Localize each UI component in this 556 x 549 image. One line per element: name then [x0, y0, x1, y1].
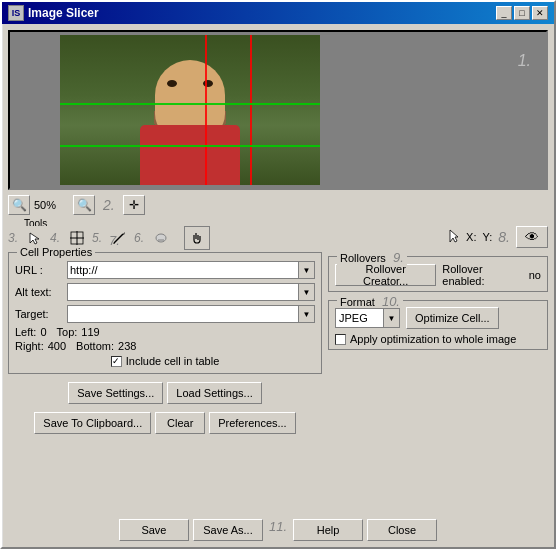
rollover-creator-button[interactable]: Rollover Creator...: [335, 264, 436, 286]
save-settings-button[interactable]: Save Settings...: [68, 382, 163, 404]
eye-left: [167, 80, 177, 87]
image-display: [60, 35, 320, 185]
rollover-enabled-value: no: [529, 269, 541, 281]
clipboard-buttons-row: Save To Clipboard... Clear Preferences..…: [8, 412, 322, 434]
tools-row: Tools 3. 4. 5. 6.: [8, 220, 548, 248]
apply-optimization-checkbox[interactable]: [335, 334, 346, 345]
apply-optimization-label: Apply optimization to whole image: [350, 333, 516, 345]
zoom-out-button[interactable]: 🔍: [8, 195, 30, 215]
child-jacket: [140, 125, 240, 185]
format-row: JPEG ▼ Optimize Cell...: [335, 307, 541, 329]
bottom-coord: Bottom: 238: [76, 340, 136, 352]
load-settings-button[interactable]: Load Settings...: [167, 382, 261, 404]
image-canvas[interactable]: [60, 35, 320, 185]
alt-select[interactable]: ▼: [67, 283, 315, 301]
save-button[interactable]: Save: [119, 519, 189, 541]
num-7-label: 7.: [109, 233, 120, 248]
grid-line-red-v1: [205, 35, 207, 185]
left-label: Left:: [15, 326, 36, 338]
rollover-enabled-label: Rollover enabled:: [442, 263, 522, 287]
bottom-label: Bottom:: [76, 340, 114, 352]
rollovers-title: Rollovers 9.: [337, 250, 407, 265]
close-button-bottom[interactable]: Close: [367, 519, 437, 541]
bottom-buttons-row: Save Save As... 11. Help Close: [8, 517, 548, 541]
target-row: Target: ▼: [15, 305, 315, 323]
left-panel: Cell Properties 7. URL : http:// ▼ Alt t…: [8, 252, 322, 513]
tool-num-4: 4.: [50, 231, 60, 245]
tool-num-6: 6.: [134, 231, 144, 245]
zoom-value: 50%: [34, 199, 69, 211]
grid-line-green-h2: [60, 145, 320, 147]
alt-label: Alt text:: [15, 286, 67, 298]
url-row: URL : http:// ▼: [15, 261, 315, 279]
right-label: Right:: [15, 340, 44, 352]
rollovers-group: Rollovers 9. Rollover Creator... Rollove…: [328, 256, 548, 292]
format-title-text: Format: [340, 296, 375, 308]
app-icon: IS: [8, 5, 24, 21]
include-label: Include cell in table: [126, 355, 220, 367]
num-8-label: 8.: [498, 229, 510, 245]
eye-button[interactable]: 👁: [516, 226, 548, 248]
cursor-xy-area: X: Y: 8. 👁: [448, 226, 548, 248]
close-button[interactable]: ✕: [532, 6, 548, 20]
left-coord: Left: 0: [15, 326, 47, 338]
num-11-label: 11.: [269, 519, 287, 541]
eraser-tool-button[interactable]: [148, 226, 174, 250]
alt-dropdown-arrow[interactable]: ▼: [298, 284, 314, 300]
image-number-label: 1.: [518, 52, 531, 70]
num-10-label: 10.: [382, 294, 400, 309]
save-to-clipboard-button[interactable]: Save To Clipboard...: [34, 412, 151, 434]
format-group: Format 10. JPEG ▼ Optimize Cell... Apply…: [328, 300, 548, 350]
settings-buttons-row: Save Settings... Load Settings...: [8, 382, 322, 404]
zoom-fit-button[interactable]: ✛: [123, 195, 145, 215]
coords-row: Left: 0 Top: 119: [15, 326, 315, 338]
format-dropdown-arrow[interactable]: ▼: [383, 309, 399, 327]
help-button[interactable]: Help: [293, 519, 363, 541]
coords-row-2: Right: 400 Bottom: 238: [15, 340, 315, 352]
url-dropdown-arrow[interactable]: ▼: [298, 262, 314, 278]
title-bar-buttons: _ □ ✕: [496, 6, 548, 20]
clear-button[interactable]: Clear: [155, 412, 205, 434]
apply-optimization-row: Apply optimization to whole image: [335, 333, 541, 345]
image-preview-area: 1.: [8, 30, 548, 190]
tool-num-5: 5.: [92, 231, 102, 245]
x-label: X:: [466, 231, 476, 243]
zoom-in-button[interactable]: 🔍: [73, 195, 95, 215]
format-select[interactable]: JPEG ▼: [335, 308, 400, 328]
url-label: URL :: [15, 264, 67, 276]
cell-properties-group: Cell Properties 7. URL : http:// ▼ Alt t…: [8, 252, 322, 374]
save-as-button[interactable]: Save As...: [193, 519, 263, 541]
main-window: IS Image Slicer _ □ ✕: [0, 0, 556, 549]
right-panel: Rollovers 9. Rollover Creator... Rollove…: [328, 252, 548, 513]
zoom-num-label: 2.: [103, 197, 115, 213]
format-value: JPEG: [336, 312, 371, 324]
top-coord: Top: 119: [57, 326, 100, 338]
include-checkbox[interactable]: ✓: [111, 356, 122, 367]
main-panels: Cell Properties 7. URL : http:// ▼ Alt t…: [8, 252, 548, 513]
title-bar-left: IS Image Slicer: [8, 5, 99, 21]
right-value: 400: [48, 340, 66, 352]
top-label: Top:: [57, 326, 78, 338]
zoom-bar: 🔍 50% 🔍 2. ✛: [8, 194, 548, 216]
include-row: ✓ Include cell in table: [15, 355, 315, 367]
url-select[interactable]: http:// ▼: [67, 261, 315, 279]
grid-line-green-h1: [60, 103, 320, 105]
num-9-label: 9.: [393, 250, 404, 265]
optimize-cell-button[interactable]: Optimize Cell...: [406, 307, 499, 329]
title-bar: IS Image Slicer _ □ ✕: [2, 2, 554, 24]
content-area: 1. 🔍 50% 🔍 2. ✛ Tools 3. 4. 5.: [2, 24, 554, 547]
alt-row: Alt text: ▼: [15, 283, 315, 301]
rollovers-row: Rollover Creator... Rollover enabled: no: [335, 263, 541, 287]
preferences-button[interactable]: Preferences...: [209, 412, 295, 434]
url-value: http://: [68, 264, 314, 276]
y-label: Y:: [483, 231, 493, 243]
tool-num-3: 3.: [8, 231, 18, 245]
bottom-value: 238: [118, 340, 136, 352]
target-dropdown-arrow[interactable]: ▼: [298, 306, 314, 322]
minimize-button[interactable]: _: [496, 6, 512, 20]
maximize-button[interactable]: □: [514, 6, 530, 20]
window-title: Image Slicer: [28, 6, 99, 20]
grid-line-red-v2: [250, 35, 252, 185]
target-select[interactable]: ▼: [67, 305, 315, 323]
hand-tool-button[interactable]: [184, 226, 210, 250]
